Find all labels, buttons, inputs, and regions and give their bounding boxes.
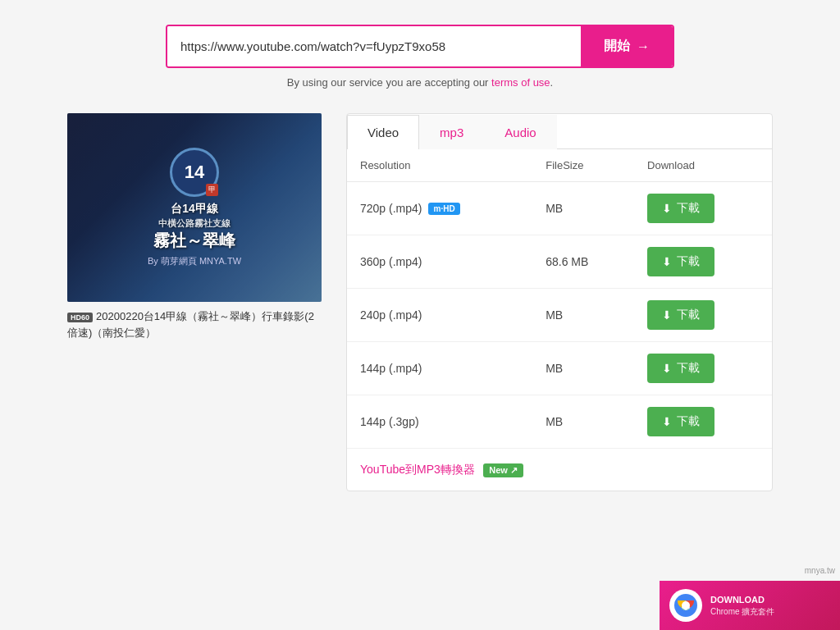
download-cell: ⬇下載 bbox=[634, 182, 772, 235]
svg-point-2 bbox=[682, 601, 690, 609]
tab-audio[interactable]: Audio bbox=[484, 115, 556, 149]
col-resolution: Resolution bbox=[347, 149, 532, 182]
download-button[interactable]: ⬇下載 bbox=[647, 194, 714, 223]
resolution-text: 360p (.mp4) bbox=[360, 255, 422, 268]
video-thumbnail: 14 甲 台14甲線 中橫公路霧社支線 霧社～翠峰 By 萌芽網頁 MNYA.T… bbox=[67, 113, 322, 302]
tab-mp3[interactable]: mp3 bbox=[419, 115, 484, 149]
tab-video[interactable]: Video bbox=[347, 115, 419, 149]
download-icon: ⬇ bbox=[662, 202, 672, 215]
download-cell: ⬇下載 bbox=[634, 235, 772, 289]
download-button[interactable]: ⬇下載 bbox=[647, 354, 714, 383]
thumbnail-content: 14 甲 台14甲線 中橫公路霧社支線 霧社～翠峰 By 萌芽網頁 MNYA.T… bbox=[148, 148, 241, 267]
thumbnail-line2: 中橫公路霧社支線 bbox=[158, 217, 231, 230]
banner-icon bbox=[669, 589, 702, 622]
resolution-cell: 720p (.mp4)m·HD bbox=[347, 182, 532, 235]
download-icon: ⬇ bbox=[662, 308, 672, 322]
download-table: Resolution FileSize Download 720p (.mp4)… bbox=[347, 149, 772, 448]
resolution-text: 144p (.mp4) bbox=[360, 362, 422, 375]
terms-prefix: By using our service you are accepting o… bbox=[287, 76, 491, 89]
download-cell: ⬇下載 bbox=[634, 289, 772, 342]
download-section: Video mp3 Audio Resolution FileSize Down… bbox=[346, 113, 773, 491]
thumbnail-line4: By 萌芽網頁 MNYA.TW bbox=[148, 255, 241, 267]
resolution-text: 240p (.mp4) bbox=[360, 308, 422, 322]
download-label: 下載 bbox=[677, 308, 700, 322]
road-number: 14 bbox=[185, 163, 204, 181]
terms-suffix: . bbox=[550, 76, 554, 89]
resolution-cell: 360p (.mp4) bbox=[347, 235, 532, 289]
filesize-cell: MB bbox=[532, 182, 634, 235]
road-sub: 甲 bbox=[206, 184, 218, 196]
download-cell: ⬇下載 bbox=[634, 395, 772, 449]
download-button[interactable]: ⬇下載 bbox=[647, 247, 714, 276]
table-row: 360p (.mp4)68.6 MB⬇下載 bbox=[347, 235, 772, 289]
search-section: 開始 → bbox=[67, 25, 773, 68]
table-row: 144p (.mp4)MB⬇下載 bbox=[347, 342, 772, 395]
terms-link[interactable]: terms of use bbox=[491, 76, 550, 89]
bottom-banner[interactable]: DOWNLOAD Chrome 擴充套件 bbox=[660, 581, 840, 630]
mp3-link[interactable]: YouTube到MP3轉換器 bbox=[360, 463, 475, 476]
download-button[interactable]: ⬇下載 bbox=[647, 407, 714, 436]
content-area: 14 甲 台14甲線 中橫公路霧社支線 霧社～翠峰 By 萌芽網頁 MNYA.T… bbox=[67, 113, 773, 491]
mhd-badge: m·HD bbox=[428, 203, 459, 215]
arrow-icon: → bbox=[637, 39, 650, 54]
banner-subtitle: Chrome 擴充套件 bbox=[710, 606, 830, 617]
filesize-cell: MB bbox=[532, 395, 634, 449]
resolution-cell: 240p (.mp4) bbox=[347, 289, 532, 342]
new-badge: New ↗ bbox=[483, 463, 523, 477]
download-button[interactable]: ⬇下載 bbox=[647, 300, 714, 330]
resolution-text: 720p (.mp4) bbox=[360, 202, 422, 215]
col-filesize: FileSize bbox=[532, 149, 634, 182]
video-title-text: 20200220台14甲線（霧社～翠峰）行車錄影(2倍速)（南投仁愛） bbox=[67, 310, 314, 339]
filesize-cell: 68.6 MB bbox=[532, 235, 634, 289]
table-row: 240p (.mp4)MB⬇下載 bbox=[347, 289, 772, 342]
download-icon: ⬇ bbox=[662, 255, 672, 268]
download-icon: ⬇ bbox=[662, 415, 672, 428]
banner-title: DOWNLOAD bbox=[710, 594, 830, 605]
mp3-link-row: YouTube到MP3轉換器 New ↗ bbox=[347, 448, 772, 491]
table-row: 720p (.mp4)m·HDMB⬇下載 bbox=[347, 182, 772, 235]
resolution-text: 144p (.3gp) bbox=[360, 415, 419, 428]
table-row: 144p (.3gp)MB⬇下載 bbox=[347, 395, 772, 449]
start-button[interactable]: 開始 → bbox=[581, 26, 673, 66]
download-label: 下載 bbox=[677, 361, 700, 376]
download-cell: ⬇下載 bbox=[634, 342, 772, 395]
col-download: Download bbox=[634, 149, 772, 182]
url-input[interactable] bbox=[167, 26, 581, 66]
thumbnail-line3: 霧社～翠峰 bbox=[153, 230, 235, 252]
filesize-cell: MB bbox=[532, 289, 634, 342]
thumbnail-line1: 台14甲線 bbox=[171, 201, 218, 217]
download-label: 下載 bbox=[677, 414, 700, 429]
video-section: 14 甲 台14甲線 中橫公路霧社支線 霧社～翠峰 By 萌芽網頁 MNYA.T… bbox=[67, 113, 322, 340]
download-label: 下載 bbox=[677, 254, 700, 269]
filesize-cell: MB bbox=[532, 342, 634, 395]
download-label: 下載 bbox=[677, 201, 700, 216]
terms-text: By using our service you are accepting o… bbox=[67, 76, 773, 89]
resolution-cell: 144p (.3gp) bbox=[347, 395, 532, 449]
banner-text-area: DOWNLOAD Chrome 擴充套件 bbox=[710, 594, 830, 616]
chrome-icon bbox=[674, 594, 697, 617]
road-sign: 14 甲 bbox=[170, 148, 219, 197]
hd-badge: HD60 bbox=[67, 313, 93, 322]
external-icon: ↗ bbox=[510, 465, 518, 476]
video-title: HD6020200220台14甲線（霧社～翠峰）行車錄影(2倍速)（南投仁愛） bbox=[67, 308, 322, 340]
tabs-bar: Video mp3 Audio bbox=[347, 114, 772, 149]
search-bar: 開始 → bbox=[166, 25, 674, 68]
new-label: New bbox=[489, 465, 508, 475]
download-icon: ⬇ bbox=[662, 362, 672, 375]
watermark: mnya.tw bbox=[800, 564, 840, 577]
start-label: 開始 bbox=[604, 38, 630, 55]
resolution-cell: 144p (.mp4) bbox=[347, 342, 532, 395]
